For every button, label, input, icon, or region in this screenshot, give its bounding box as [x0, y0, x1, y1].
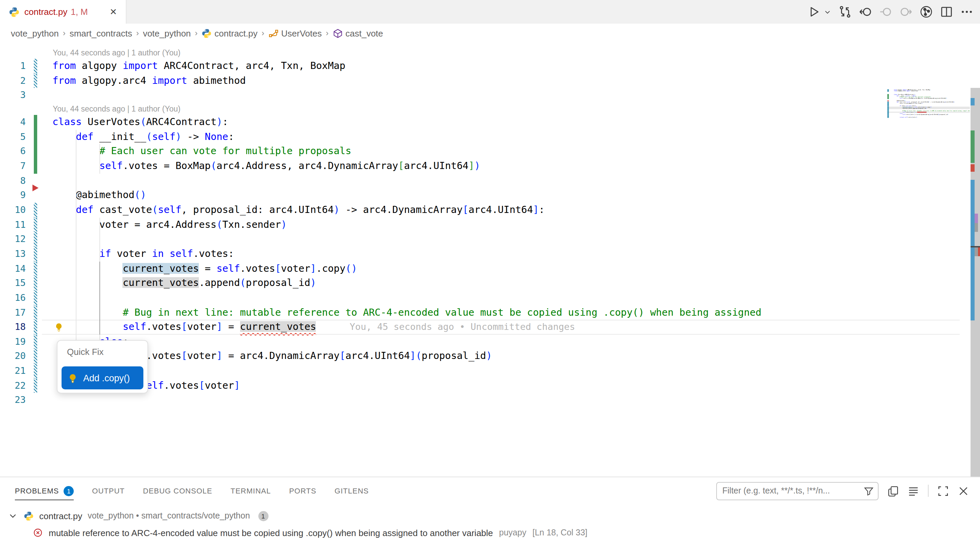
line-number: 13	[0, 247, 26, 261]
tab-contract-py[interactable]: contract.py 1, M ✕	[0, 0, 127, 24]
git-gutter-decoration	[34, 291, 37, 305]
indent-guide	[100, 144, 100, 174]
git-gutter-decoration	[34, 247, 37, 261]
error-icon	[33, 528, 43, 537]
code-line[interactable]: 23	[0, 393, 970, 407]
problems-file-count-badge: 1	[258, 511, 268, 521]
tab-output[interactable]: OUTPUT	[92, 477, 124, 504]
breadcrumb-item-folder[interactable]: vote_python	[143, 28, 191, 38]
code-line[interactable]: 8	[0, 173, 970, 188]
overview-ruler-mark-highlight	[975, 247, 978, 256]
overview-ruler-mark-deleted	[970, 164, 975, 172]
git-gutter-decoration	[34, 73, 37, 88]
problems-error-row[interactable]: mutable reference to ARC-4-encoded value…	[0, 525, 980, 540]
tab-terminal[interactable]: TERMINAL	[231, 477, 271, 504]
line-number: 22	[0, 379, 26, 393]
overview-ruler[interactable]	[970, 88, 980, 476]
problems-file-row[interactable]: contract.py vote_python • smart_contract…	[0, 508, 980, 523]
commit-graph-icon[interactable]	[920, 5, 933, 18]
breadcrumb-item-file[interactable]: contract.py	[202, 28, 257, 38]
quick-fix-popup: Quick Fix Add .copy()	[57, 340, 148, 393]
navigate-back-icon[interactable]	[859, 5, 872, 18]
breadcrumb-separator: ›	[326, 28, 329, 38]
line-number: 17	[0, 305, 26, 320]
git-gutter-decoration	[34, 305, 37, 320]
code-line[interactable]: 2from algopy.arc4 import abimethod	[0, 73, 970, 88]
code-line[interactable]: 17 # Bug in next line: mutable reference…	[0, 305, 970, 320]
code-text: current_votes.append(proposal_id)	[0, 276, 316, 290]
problems-filter-input[interactable]	[722, 486, 864, 496]
lightbulb-icon	[67, 373, 78, 383]
git-gutter-decoration	[34, 217, 37, 232]
code-text: # Each user can vote for multiple propos…	[0, 144, 351, 159]
run-icon[interactable]	[808, 5, 820, 18]
more-actions-icon[interactable]	[961, 5, 973, 18]
code-line[interactable]: 9 @abimethod()	[0, 188, 970, 203]
code-text: self.votes = BoxMap(arc4.Address, arc4.D…	[0, 159, 480, 173]
overview-ruler-mark-highlight	[975, 223, 978, 232]
code-text: # Bug in next line: mutable reference to…	[0, 305, 762, 320]
code-lens: You, 44 seconds ago | 1 author (You)	[0, 103, 970, 115]
compare-changes-icon[interactable]	[839, 5, 851, 18]
minimap-content: You, 44 seconds ago | 1 author (You)1fro…	[887, 88, 970, 119]
code-line[interactable]: 14 current_votes = self.votes[voter].cop…	[0, 261, 970, 276]
line-number: 21	[0, 364, 26, 378]
previous-change-icon[interactable]	[879, 5, 892, 18]
breadcrumb-item-class[interactable]: UserVotes	[268, 28, 322, 38]
python-icon	[202, 28, 212, 38]
line-number: 11	[0, 217, 26, 232]
tab-gitlens[interactable]: GITLENS	[334, 477, 369, 504]
code-editor[interactable]: You, 44 seconds ago | 1 author (You)1fro…	[0, 43, 980, 476]
code-line[interactable]: 13 if voter in self.votes:	[0, 247, 970, 261]
copy-icon[interactable]	[887, 485, 899, 497]
breadcrumb-item-folder[interactable]: vote_python	[11, 28, 59, 38]
code-line[interactable]: 11 voter = arc4.Address(Txn.sender)	[0, 217, 970, 232]
line-number: 9	[0, 188, 26, 203]
problem-source: puyapy	[499, 528, 527, 537]
overview-ruler-mark-highlight	[975, 213, 978, 223]
code-lens: You, 44 seconds ago | 1 author (You)	[0, 47, 970, 59]
tab-ports[interactable]: PORTS	[289, 477, 316, 504]
code-line[interactable]: 3	[0, 88, 970, 103]
line-number: 18	[0, 320, 26, 334]
code-line[interactable]: 1from algopy import ARC4Contract, arc4, …	[0, 59, 970, 73]
close-panel-icon[interactable]	[958, 485, 969, 497]
line-number: 6	[0, 144, 26, 159]
quick-fix-action-add-copy[interactable]: Add .copy()	[61, 366, 143, 390]
tab-debug-console[interactable]: DEBUG CONSOLE	[143, 477, 212, 504]
inline-blame: You, 45 seconds ago • Uncommitted change…	[350, 320, 575, 334]
problems-file-name: contract.py	[39, 511, 82, 521]
code-line[interactable]: 7 self.votes = BoxMap(arc4.Address, arc4…	[0, 159, 970, 173]
problems-count-badge: 1	[64, 486, 74, 496]
filter-funnel-icon[interactable]	[864, 486, 874, 496]
breadcrumb-item-method[interactable]: cast_vote	[333, 28, 383, 38]
method-icon	[333, 28, 343, 38]
line-number: 19	[0, 335, 26, 349]
minimap[interactable]: You, 44 seconds ago | 1 author (You)1fro…	[887, 88, 970, 467]
line-number: 10	[0, 203, 26, 217]
python-icon	[24, 511, 34, 521]
code-line[interactable]: 15 current_votes.append(proposal_id)	[0, 276, 970, 290]
tab-dirty-badge: 1, M	[71, 7, 108, 17]
editor-toolbar	[808, 0, 973, 24]
tab-problems[interactable]: PROBLEMS 1	[15, 477, 74, 504]
split-editor-icon[interactable]	[940, 5, 953, 18]
run-dropdown-icon[interactable]	[824, 5, 831, 18]
code-line[interactable]: 16	[0, 291, 970, 305]
lightbulb-icon[interactable]	[54, 322, 64, 332]
chevron-down-icon[interactable]	[8, 511, 18, 521]
code-line[interactable]: 6 # Each user can vote for multiple prop…	[0, 144, 970, 159]
code-line[interactable]: 12	[0, 232, 970, 246]
code-line[interactable]: 4class UserVotes(ARC4Contract):	[0, 115, 970, 130]
breadcrumb-separator: ›	[136, 28, 139, 38]
view-as-list-icon[interactable]	[908, 485, 919, 497]
code-line[interactable]: 18 self.votes[voter] = current_votesYou,…	[0, 320, 970, 334]
line-number: 3	[0, 88, 26, 103]
breadcrumb-item-folder[interactable]: smart_contracts	[70, 28, 132, 38]
code-line[interactable]: 5 def __init__(self) -> None:	[0, 130, 970, 144]
code-line[interactable]: 10 def cast_vote(self, proposal_id: arc4…	[0, 203, 970, 217]
next-change-icon[interactable]	[900, 5, 913, 18]
bottom-panel: PROBLEMS 1 OUTPUT DEBUG CONSOLE TERMINAL…	[0, 476, 980, 555]
close-icon[interactable]: ✕	[108, 5, 119, 18]
maximize-panel-icon[interactable]	[937, 485, 949, 497]
